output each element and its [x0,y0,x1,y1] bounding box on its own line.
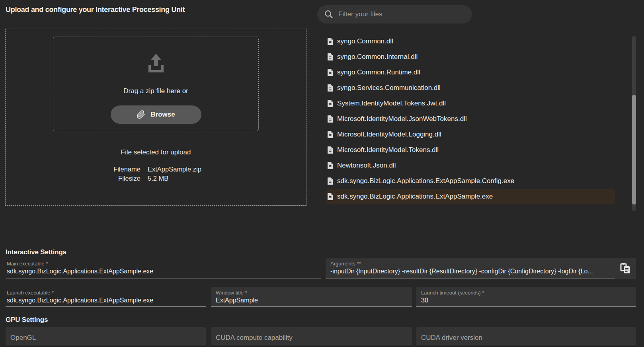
file-name: Newtonsoft.Json.dll [337,162,396,170]
main-executable-field[interactable]: Main executable * [6,258,321,279]
file-icon [327,193,333,200]
launch-executable-input[interactable] [7,297,206,306]
gpu-settings-heading: GPU Settings [6,316,48,324]
file-filter[interactable] [317,5,472,23]
window-title-input[interactable] [216,297,412,306]
cuda-compute-capability-field[interactable]: CUDA compute capability [211,327,412,346]
file-list-scrollbar-thumb[interactable] [632,95,636,205]
upload-panel: Drag a zip file here or Browse File sele… [5,29,306,206]
file-list-item[interactable]: Newtonsoft.Json.dll [326,158,615,173]
main-executable-input[interactable] [7,268,321,277]
window-title-label: Window title * [216,290,412,296]
main-executable-label: Main executable * [7,261,321,267]
file-list: syngo.Common.dll syngo.Common.Internal.d… [326,33,615,204]
file-name: syngo.Common.Internal.dll [337,53,418,61]
cuda-driver-version-field[interactable]: CUDA driver version [416,327,636,346]
file-list-item[interactable]: sdk.syngo.BizLogic.Applications.ExtAppSa… [326,173,615,189]
file-name: Microsoft.IdentityModel.JsonWebTokens.dl… [337,115,467,123]
file-name: System.IdentityModel.Tokens.Jwt.dll [337,99,446,107]
drag-hint: Drag a zip file here or [123,87,188,95]
cuda-driver-version-label: CUDA driver version [421,330,636,342]
filename-label: Filename [53,166,141,173]
file-name: syngo.Services.Communication.dll [337,84,441,92]
file-list-item[interactable]: Microsoft.IdentityModel.Tokens.dll [326,142,615,158]
file-icon [327,131,333,138]
upload-icon [144,53,168,74]
copy-icon [620,263,631,274]
file-list-item[interactable]: syngo.Services.Communication.dll [326,80,615,96]
launch-timeout-label: Launch timeout (seconds) * [421,290,636,296]
file-list-item[interactable]: sdk.syngo.BizLogic.Applications.ExtAppSa… [326,189,615,204]
launch-executable-field[interactable]: Launch executable * [6,287,206,307]
interactive-settings-heading: Interactive Settings [6,248,66,256]
launch-timeout-field[interactable]: Launch timeout (seconds) * [416,287,636,307]
filesize-value: 5.2 MB [148,175,259,182]
file-name: syngo.Common.Runtime.dll [337,68,420,76]
filesize-label: Filesize [53,175,141,182]
opengl-field[interactable]: OpenGL [6,327,206,346]
file-list-item[interactable]: syngo.Common.Internal.dll [326,49,615,64]
file-list-item[interactable]: syngo.Common.Runtime.dll [326,64,615,80]
file-icon [327,115,333,123]
search-icon [324,10,333,19]
page-title: Upload and configure your Interactive Pr… [6,6,185,14]
cuda-compute-capability-label: CUDA compute capability [216,330,412,342]
window-title-field[interactable]: Window title * [211,287,412,307]
file-icon [327,146,333,154]
file-name: syngo.Common.dll [337,37,393,45]
filename-value: ExtAppSample.zip [148,166,259,173]
file-selected-heading: File selected for upload [53,148,259,156]
file-icon [327,177,333,185]
file-list-item[interactable]: Microsoft.IdentityModel.Logging.dll [326,127,615,142]
file-list-item[interactable]: syngo.Common.dll [326,33,615,49]
file-icon [327,162,333,169]
browse-label: Browse [150,111,175,119]
file-icon [327,69,333,76]
dropzone[interactable]: Drag a zip file here or Browse [53,37,259,131]
launch-timeout-input[interactable] [421,297,636,306]
browse-button[interactable]: Browse [111,105,201,124]
file-icon [327,53,333,60]
arguments-label: Arguments ** [330,261,615,267]
paperclip-icon [137,110,145,119]
filter-input[interactable] [338,10,465,18]
file-list-item[interactable]: System.IdentityModel.Tokens.Jwt.dll [326,96,615,111]
file-icon [327,38,333,45]
opengl-label: OpenGL [10,330,206,342]
file-name: Microsoft.IdentityModel.Logging.dll [337,131,441,138]
arguments-input[interactable] [330,268,615,277]
arguments-field[interactable]: Arguments ** [326,258,636,279]
copy-arguments-button[interactable] [615,258,636,279]
file-name: sdk.syngo.BizLogic.Applications.ExtAppSa… [337,193,493,201]
file-icon [327,84,333,92]
file-selected-info: File selected for upload Filename ExtApp… [53,148,259,182]
file-name: Microsoft.IdentityModel.Tokens.dll [337,146,439,154]
launch-executable-label: Launch executable * [7,290,206,296]
file-icon [327,100,333,107]
file-name: sdk.syngo.BizLogic.Applications.ExtAppSa… [337,177,514,185]
file-list-item[interactable]: Microsoft.IdentityModel.JsonWebTokens.dl… [326,111,615,127]
